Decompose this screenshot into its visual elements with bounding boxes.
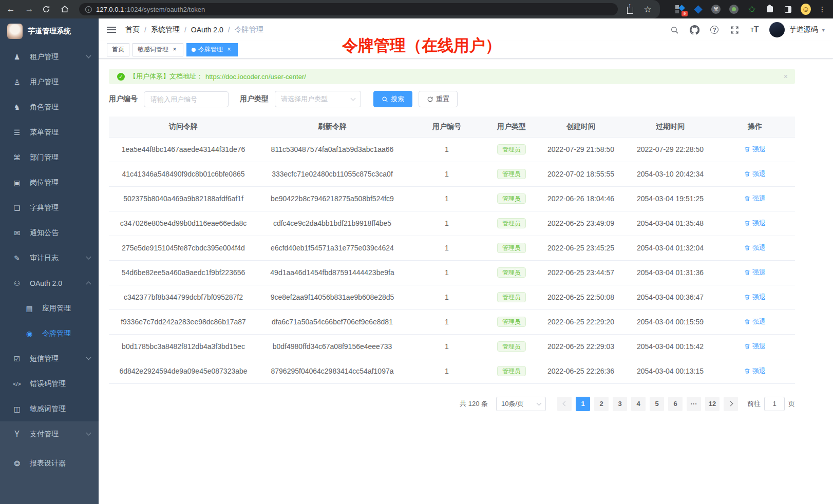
browser-forward-icon[interactable]: →: [24, 4, 35, 14]
sidebar-item-role[interactable]: ♞ 角色管理: [0, 94, 99, 120]
sidebar-item-oauth2-token[interactable]: ◉ 令牌管理: [0, 321, 99, 346]
force-logout-button[interactable]: 强退: [744, 293, 766, 302]
browser-back-icon[interactable]: ←: [5, 4, 16, 14]
table-row: 275e5de9151045fe87cbdc395e004f4d e6cfd40…: [109, 236, 795, 260]
page-button[interactable]: 2: [594, 397, 609, 411]
browser-home-icon[interactable]: [61, 5, 72, 13]
user-type-select[interactable]: 请选择用户类型: [275, 91, 361, 107]
table-row: b0d1785bc3a8482f812db4a3f3bd15ec b0df498…: [109, 334, 795, 359]
col-created: 创建时间: [536, 117, 626, 137]
app-logo[interactable]: 芋道管理系统: [0, 18, 99, 44]
sidebar-item-oauth2-app[interactable]: ▤ 应用管理: [0, 296, 99, 321]
bookmark-star-icon[interactable]: ☆: [642, 4, 653, 14]
chevron-right-icon: [728, 401, 733, 406]
page-button[interactable]: 12: [705, 397, 720, 411]
page-button[interactable]: 3: [613, 397, 627, 411]
search-button[interactable]: 搜索: [373, 91, 412, 107]
force-logout-button[interactable]: 强退: [744, 194, 766, 203]
sidebar-collapse-icon[interactable]: [107, 25, 116, 34]
browser-menu-icon[interactable]: ⋮: [819, 5, 826, 13]
close-icon[interactable]: ×: [171, 46, 178, 53]
sidebar-item-oauth2[interactable]: ⚇ OAuth 2.0: [0, 270, 99, 296]
sidebar-item-tenant[interactable]: ♟ 租户管理: [0, 44, 99, 69]
user-id-input[interactable]: [144, 91, 229, 107]
sidebar-item-post[interactable]: ▣ 岗位管理: [0, 170, 99, 195]
prev-page-button[interactable]: [557, 397, 572, 411]
force-logout-button[interactable]: 强退: [744, 268, 766, 277]
search-icon[interactable]: [669, 25, 679, 35]
force-logout-button[interactable]: 强退: [744, 366, 766, 376]
goto-page-input[interactable]: [764, 397, 785, 411]
org-chart-icon: ⌘: [11, 153, 23, 162]
user-menu[interactable]: 芋道源码 ▾: [769, 22, 825, 37]
sidebar-item-sensitive-word[interactable]: ◫ 敏感词管理: [0, 396, 99, 421]
force-logout-button[interactable]: 强退: [744, 169, 766, 179]
page-button[interactable]: 5: [650, 397, 664, 411]
breadcrumb-home[interactable]: 首页: [125, 25, 140, 34]
extension-grid-icon[interactable]: 9: [675, 4, 685, 14]
table-row: f9336e7c7dd242a283ee98dc86b17a87 dfa6c71…: [109, 309, 795, 334]
page-content: ✓ 【用户体系】文档地址： https://doc.iocoder.cn/use…: [109, 69, 795, 411]
page-button[interactable]: 1: [576, 397, 590, 411]
sidebar-item-payment[interactable]: ¥ 支付管理: [0, 421, 99, 447]
table-header-row: 访问令牌 刷新令牌 用户编号 用户类型 创建时间 过期时间 操作: [109, 117, 795, 137]
page-button[interactable]: 6: [668, 397, 683, 411]
command-extension-icon[interactable]: ⌘: [711, 4, 721, 14]
page-button[interactable]: 4: [631, 397, 646, 411]
table-row: 502375b8040a469a9b82188afdf6af1f be90422…: [109, 186, 795, 211]
more-pages-button[interactable]: ···: [687, 397, 701, 411]
code-icon: </>: [11, 381, 23, 387]
tab-token[interactable]: 令牌管理 ×: [186, 43, 238, 56]
share-icon[interactable]: [625, 4, 635, 14]
close-icon[interactable]: ×: [225, 46, 233, 53]
menu-tree-icon: ☰: [11, 128, 23, 137]
col-user-id: 用户编号: [407, 117, 487, 137]
force-logout-button[interactable]: 强退: [744, 219, 766, 228]
puzzle-extensions-icon[interactable]: [765, 4, 775, 14]
tab-home[interactable]: 首页: [107, 43, 129, 56]
user-type-badge: 管理员: [497, 341, 526, 352]
table-row: c347026e805e4d99b0d116eae66eda8c cdfc4ce…: [109, 211, 795, 236]
sidebar-item-sms[interactable]: ☑ 短信管理: [0, 346, 99, 371]
force-logout-button[interactable]: 强退: [744, 317, 766, 326]
sidebar-item-error-code[interactable]: </> 错误码管理: [0, 371, 99, 396]
force-logout-button[interactable]: 强退: [744, 342, 766, 351]
side-panel-icon[interactable]: [783, 4, 793, 14]
close-icon[interactable]: ×: [784, 72, 788, 81]
browser-profile-avatar[interactable]: ☺: [801, 4, 811, 14]
address-bar[interactable]: i 127.0.0.1:1024/system/oauth2/token: [79, 3, 618, 15]
sidebar-item-dept[interactable]: ⌘ 部门管理: [0, 145, 99, 170]
role-icon: ♞: [11, 103, 23, 111]
search-form: 用户编号 用户类型 请选择用户类型 搜索 重置: [109, 91, 795, 107]
sidebar-item-dict[interactable]: ❏ 字典管理: [0, 195, 99, 220]
help-icon[interactable]: ?: [709, 25, 720, 35]
sidebar-item-notice[interactable]: ✉ 通知公告: [0, 220, 99, 245]
sidebar-item-report-designer[interactable]: ❂ 报表设计器: [0, 451, 99, 476]
sidebar-item-user[interactable]: ♙ 用户管理: [0, 69, 99, 94]
site-info-icon[interactable]: i: [85, 6, 92, 13]
recorder-extension-icon[interactable]: [729, 4, 739, 14]
report-designer-icon: ❂: [11, 459, 23, 468]
breadcrumb-system[interactable]: 系统管理: [151, 25, 180, 34]
fullscreen-icon[interactable]: [729, 25, 740, 35]
force-logout-button[interactable]: 强退: [744, 243, 766, 253]
reset-button[interactable]: 重置: [419, 91, 458, 107]
user-type-label: 用户类型: [240, 94, 269, 104]
doc-link[interactable]: https://doc.iocoder.cn/user-center/: [205, 73, 306, 81]
pagination: 共 120 条 10条/页 1 2 3 4 5 6 ··· 12 前往 页: [109, 397, 795, 411]
tab-sensitive-word[interactable]: 敏感词管理 ×: [132, 43, 183, 56]
page-size-select[interactable]: 10条/页: [496, 397, 546, 411]
sidebar-item-menu[interactable]: ☰ 菜单管理: [0, 120, 99, 145]
force-logout-button[interactable]: 强退: [744, 145, 766, 154]
next-page-button[interactable]: [724, 397, 738, 411]
diamond-extension-icon[interactable]: [693, 4, 703, 14]
font-size-icon[interactable]: TT: [749, 25, 760, 35]
browser-reload-icon[interactable]: [42, 5, 53, 13]
sidebar-item-audit-log[interactable]: ✎ 审计日志: [0, 245, 99, 270]
github-icon[interactable]: [689, 25, 699, 35]
chevron-down-icon: [351, 96, 356, 101]
breadcrumb-oauth2[interactable]: OAuth 2.0: [191, 26, 223, 34]
star-extension-icon[interactable]: ✩: [747, 4, 757, 14]
table-row: 1ea5e44f8bc1467aaede43144f31de76 811c530…: [109, 137, 795, 162]
browser-extensions: 9 ⌘ ✩ ☺ ⋮: [660, 4, 833, 14]
